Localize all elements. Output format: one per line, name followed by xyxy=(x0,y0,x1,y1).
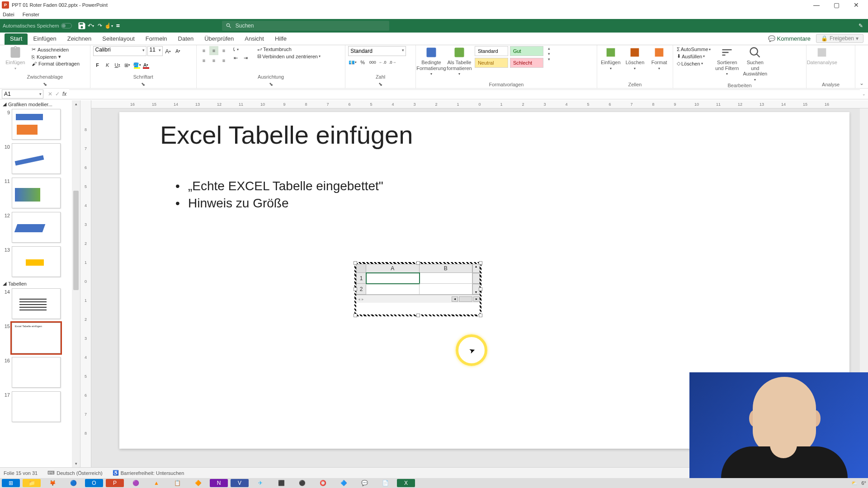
taskbar-onenote-icon[interactable]: N xyxy=(210,479,228,487)
excel-cell-b2[interactable] xyxy=(420,284,473,295)
thousands-icon[interactable]: 000 xyxy=(368,58,377,67)
fill-color-button[interactable]: 🪣▾ xyxy=(133,61,141,69)
autosum-button[interactable]: Σ AutoSumme ▾ xyxy=(676,46,712,52)
tab-einfuegen[interactable]: Einfügen xyxy=(28,33,61,45)
excel-cell-a1[interactable] xyxy=(366,273,420,284)
style-schlecht[interactable]: Schlecht xyxy=(510,58,543,68)
font-size-select[interactable]: 11 xyxy=(147,46,163,56)
section-header-tabellen[interactable]: ◢ Tabellen xyxy=(0,280,80,287)
italic-button[interactable]: K xyxy=(103,61,112,70)
comments-button[interactable]: 💬 Kommentare xyxy=(768,35,811,42)
section-header-grafiken[interactable]: ◢ Grafiken modellier... xyxy=(0,100,80,108)
slide-thumb-14[interactable]: 14 xyxy=(0,287,80,322)
slide-thumb-16[interactable]: 16 xyxy=(0,356,80,390)
currency-icon[interactable]: 💶▾ xyxy=(348,58,357,67)
slide-thumb-13[interactable]: 13 xyxy=(0,245,80,280)
tab-zeichnen[interactable]: Zeichnen xyxy=(62,33,97,45)
taskbar-app7-icon[interactable]: 💬 xyxy=(355,479,373,487)
embedded-excel-object[interactable]: A B ▴ 1 2 ▾ xyxy=(356,264,480,314)
slide-thumb-10[interactable]: 10 xyxy=(0,142,80,177)
taskbar-app3-icon[interactable]: 🔶 xyxy=(189,479,207,487)
taskbar-firefox-icon[interactable]: 🦊 xyxy=(43,479,61,487)
redo-icon[interactable]: ↷ xyxy=(95,21,104,30)
indent-increase-icon[interactable]: ⇥ xyxy=(241,53,250,62)
excel-row-header-2[interactable]: 2 xyxy=(356,284,366,295)
maximize-button[interactable]: ▢ xyxy=(826,0,846,10)
format-cells-button[interactable]: Format▾ xyxy=(648,46,670,70)
tab-formeln[interactable]: Formeln xyxy=(140,33,173,45)
align-right-icon[interactable]: ≡ xyxy=(219,56,228,65)
taskbar-app5-icon[interactable]: ⭕ xyxy=(314,479,332,487)
align-left-icon[interactable]: ≡ xyxy=(199,56,208,65)
underline-button[interactable]: U▾ xyxy=(113,61,122,70)
percent-icon[interactable]: % xyxy=(358,58,367,67)
tab-daten[interactable]: Daten xyxy=(173,33,199,45)
style-gut[interactable]: Gut xyxy=(510,46,543,56)
slide-title[interactable]: Excel Tabelle einfügen xyxy=(160,120,413,150)
number-format-select[interactable]: Standard xyxy=(348,46,406,56)
slide-thumb-9[interactable]: 9 xyxy=(0,108,80,142)
slide-thumb-12[interactable]: 12 xyxy=(0,211,80,245)
tab-start[interactable]: Start xyxy=(5,33,28,45)
cut-button[interactable]: ✂ Ausschneiden xyxy=(31,46,80,53)
slide-thumb-15[interactable]: 15 Excel Tabelle einfügen xyxy=(0,322,80,356)
borders-button[interactable]: ⊞▾ xyxy=(123,61,132,70)
taskbar-powerpoint-icon[interactable]: P xyxy=(106,479,124,487)
tray-weather-icon[interactable]: ⛅ xyxy=(851,480,858,486)
excel-cell-a2[interactable] xyxy=(366,284,420,295)
align-center-icon[interactable]: ≡ xyxy=(209,56,218,65)
undo-icon[interactable]: ↶▾ xyxy=(86,21,95,30)
excel-cell-b1[interactable] xyxy=(420,273,473,284)
formula-bar-expand-icon[interactable]: ⌄ xyxy=(860,92,868,96)
copy-button[interactable]: ⎘ Kopieren ▾ xyxy=(31,53,80,60)
sort-filter-button[interactable]: Sortieren und Filtern▾ xyxy=(714,46,740,76)
taskbar-app8-icon[interactable]: 📄 xyxy=(376,479,394,487)
format-painter-button[interactable]: 🖌 Format übertragen xyxy=(31,61,80,67)
fx-icon[interactable]: fx xyxy=(62,91,66,97)
tab-ueberpruefen[interactable]: Überprüfen xyxy=(199,33,239,45)
tab-seitenlayout[interactable]: Seitenlayout xyxy=(97,33,140,45)
status-accessibility[interactable]: ♿ Barrierefreiheit: Untersuchen xyxy=(113,470,184,476)
merge-center-button[interactable]: ⊟ Verbinden und zentrieren ▾ xyxy=(256,53,321,60)
taskbar-app4-icon[interactable]: ⬛ xyxy=(272,479,290,487)
share-button[interactable]: 🔒 Freigeben ▾ xyxy=(816,34,863,43)
align-middle-icon[interactable]: ≡ xyxy=(209,46,218,55)
formula-input[interactable] xyxy=(69,89,860,99)
orientation-button[interactable]: ⤹▾ xyxy=(231,46,250,53)
thumbnails-scrollbar[interactable]: ▴ ▾ xyxy=(72,100,80,467)
indent-decrease-icon[interactable]: ⇤ xyxy=(231,53,240,62)
tab-ansicht[interactable]: Ansicht xyxy=(239,33,269,45)
excel-vscroll-up[interactable]: ▴ xyxy=(472,264,480,273)
cell-styles-gallery[interactable]: Standard Gut Neutral Schlecht xyxy=(475,46,543,68)
minimize-button[interactable]: — xyxy=(807,0,826,10)
bold-button[interactable]: F xyxy=(93,61,102,70)
font-color-button[interactable]: A▾ xyxy=(142,61,150,69)
ribbon-collapse-icon[interactable]: ⌄ xyxy=(855,45,868,88)
excel-sheet-nav[interactable]: ◂▸ xyxy=(356,297,383,301)
clear-button[interactable]: ◇ Löschen ▾ xyxy=(676,60,712,67)
format-as-table-button[interactable]: Als Tabelle formatieren▾ xyxy=(447,46,472,76)
close-button[interactable]: ✕ xyxy=(846,0,866,10)
save-icon[interactable] xyxy=(77,21,86,30)
align-bottom-icon[interactable]: ≡ xyxy=(219,46,228,55)
taskbar-app2-icon[interactable]: 📋 xyxy=(168,479,186,487)
excel-row-header-1[interactable]: 1 xyxy=(356,273,366,284)
name-box[interactable]: A1 xyxy=(2,89,43,99)
taskbar-chrome-icon[interactable]: 🔵 xyxy=(64,479,82,487)
wrap-text-button[interactable]: ⮐ Textumbruch xyxy=(256,46,321,52)
tab-hilfe[interactable]: Hilfe xyxy=(269,33,292,45)
excel-col-header-b[interactable]: B xyxy=(420,264,473,273)
excel-col-header-a[interactable]: A xyxy=(366,264,420,273)
menu-window[interactable]: Fenster xyxy=(23,12,39,17)
pen-icon[interactable]: ✎ xyxy=(856,21,865,30)
taskbar-excel-icon[interactable]: X xyxy=(397,479,415,487)
align-top-icon[interactable]: ≡ xyxy=(199,46,208,55)
conditional-formatting-button[interactable]: Bedingte Formatierung▾ xyxy=(419,46,444,76)
style-standard[interactable]: Standard xyxy=(475,46,508,56)
cell-styles-more[interactable]: ▴▾▾ xyxy=(548,46,555,61)
search-box[interactable]: Suchen xyxy=(222,21,389,31)
delete-cells-button[interactable]: Löschen▾ xyxy=(624,46,646,70)
cancel-formula-icon[interactable]: ✕ xyxy=(48,91,52,97)
taskbar-telegram-icon[interactable]: ✈ xyxy=(251,479,269,487)
start-button[interactable]: ⊞ xyxy=(2,479,20,487)
